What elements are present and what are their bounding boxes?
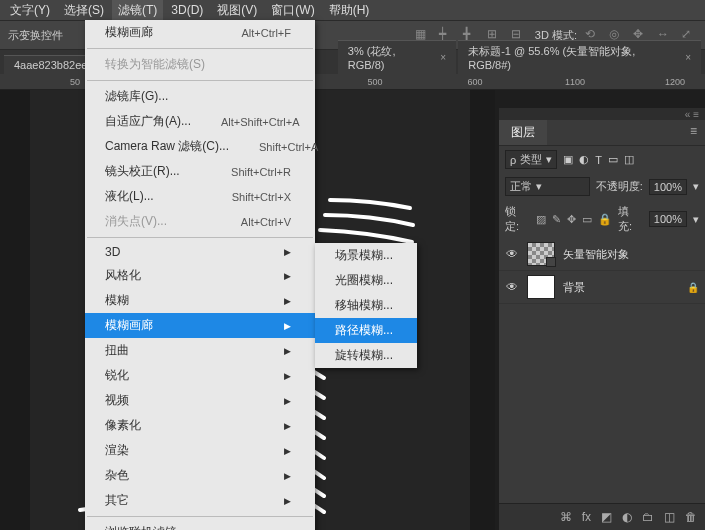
tab-title: 未标题-1 @ 55.6% (矢量智能对象, RGB/8#)	[468, 44, 679, 71]
menu-select[interactable]: 选择(S)	[58, 0, 110, 21]
fill-value[interactable]: 100%	[649, 211, 687, 227]
opacity-label: 不透明度:	[596, 179, 643, 194]
filter-adjust-icon[interactable]: ◐	[579, 153, 589, 166]
chevron-down-icon[interactable]: ▾	[693, 213, 699, 226]
panel-menu-icon[interactable]: ≡	[682, 120, 705, 142]
smart-object-badge-icon	[546, 257, 556, 267]
menu-cat-sharpen[interactable]: 锐化▶	[85, 363, 315, 388]
lock-brush-icon[interactable]: ✎	[552, 213, 561, 226]
visibility-eye-icon[interactable]: 👁	[505, 247, 519, 261]
menu-cat-noise[interactable]: 杂色▶	[85, 463, 315, 488]
menu-3d[interactable]: 3D(D)	[165, 1, 209, 19]
layer-mask-icon[interactable]: ◩	[601, 510, 612, 524]
submenu-path-blur[interactable]: 路径模糊...	[315, 318, 417, 343]
menu-cat-pixelate[interactable]: 像素化▶	[85, 413, 315, 438]
lock-label: 锁定:	[505, 204, 530, 234]
layer-filter-kind[interactable]: ρ 类型 ▾	[505, 150, 557, 169]
menu-item-convert-smart[interactable]: 转换为智能滤镜(S)	[85, 52, 315, 77]
submenu-iris-blur[interactable]: 光圈模糊...	[315, 268, 417, 293]
menu-text[interactable]: 文字(Y)	[4, 0, 56, 21]
filter-shape-icon[interactable]: ▭	[608, 153, 618, 166]
menu-cat-render[interactable]: 渲染▶	[85, 438, 315, 463]
menu-cat-distort[interactable]: 扭曲▶	[85, 338, 315, 363]
layer-thumbnail[interactable]	[527, 242, 555, 266]
close-icon[interactable]: ×	[440, 52, 446, 63]
layers-panel-footer: ⌘ fx ◩ ◐ 🗀 ◫ 🗑	[499, 503, 705, 530]
layer-name[interactable]: 矢量智能对象	[563, 247, 699, 262]
new-layer-icon[interactable]: ◫	[664, 510, 675, 524]
layer-thumbnail[interactable]	[527, 275, 555, 299]
menu-item-vanishing-point[interactable]: 消失点(V)...Alt+Ctrl+V	[85, 209, 315, 234]
filter-menu-dropdown: 模糊画廊Alt+Ctrl+F 转换为智能滤镜(S) 滤镜库(G)... 自适应广…	[85, 20, 315, 530]
blur-gallery-submenu: 场景模糊... 光圈模糊... 移轴模糊... 路径模糊... 旋转模糊...	[315, 243, 417, 368]
layer-fx-icon[interactable]: fx	[582, 510, 591, 524]
blend-mode-select[interactable]: 正常 ▾	[505, 177, 590, 196]
menu-cat-blur[interactable]: 模糊▶	[85, 288, 315, 313]
menu-item-liquify[interactable]: 液化(L)...Shift+Ctrl+X	[85, 184, 315, 209]
tab-title: 3% (花纹, RGB/8)	[348, 44, 435, 71]
menu-item-filter-gallery[interactable]: 滤镜库(G)...	[85, 84, 315, 109]
filter-pixel-icon[interactable]: ▣	[563, 153, 573, 166]
menu-cat-stylize[interactable]: 风格化▶	[85, 263, 315, 288]
main-menubar: 文字(Y) 选择(S) 滤镜(T) 3D(D) 视图(V) 窗口(W) 帮助(H…	[0, 0, 705, 20]
menu-item-lens-correction[interactable]: 镜头校正(R)...Shift+Ctrl+R	[85, 159, 315, 184]
submenu-spin-blur[interactable]: 旋转模糊...	[315, 343, 417, 368]
filter-smart-icon[interactable]: ◫	[624, 153, 634, 166]
layers-list: 👁 矢量智能对象 👁 背景 🔒	[499, 238, 705, 503]
menu-item-last-filter[interactable]: 模糊画廊Alt+Ctrl+F	[85, 20, 315, 45]
menu-help[interactable]: 帮助(H)	[323, 0, 376, 21]
chevron-down-icon: ▾	[536, 180, 542, 193]
menu-item-adaptive-wide[interactable]: 自适应广角(A)...Alt+Shift+Ctrl+A	[85, 109, 315, 134]
document-tab[interactable]: 未标题-1 @ 55.6% (矢量智能对象, RGB/8#) ×	[458, 40, 701, 74]
chevron-down-icon: ▾	[546, 153, 552, 166]
menu-cat-video[interactable]: 视频▶	[85, 388, 315, 413]
close-icon[interactable]: ×	[685, 52, 691, 63]
menu-item-camera-raw[interactable]: Camera Raw 滤镜(C)...Shift+Ctrl+A	[85, 134, 315, 159]
menu-cat-blur-gallery[interactable]: 模糊画廊▶	[85, 313, 315, 338]
submenu-tilt-shift[interactable]: 移轴模糊...	[315, 293, 417, 318]
lock-icon: 🔒	[687, 282, 699, 293]
visibility-eye-icon[interactable]: 👁	[505, 280, 519, 294]
lock-all-icon[interactable]: 🔒	[598, 213, 612, 226]
opacity-value[interactable]: 100%	[649, 179, 687, 195]
link-layers-icon[interactable]: ⌘	[560, 510, 572, 524]
menu-view[interactable]: 视图(V)	[211, 0, 263, 21]
layer-name[interactable]: 背景	[563, 280, 679, 295]
menu-filter[interactable]: 滤镜(T)	[112, 0, 163, 21]
layer-row[interactable]: 👁 矢量智能对象	[499, 238, 705, 271]
layers-panel-tab[interactable]: 图层	[499, 120, 547, 145]
group-icon[interactable]: 🗀	[642, 510, 654, 524]
adjustment-layer-icon[interactable]: ◐	[622, 510, 632, 524]
panel-collapse-bar[interactable]: « ≡	[499, 108, 705, 120]
filter-type-icon[interactable]: T	[595, 154, 602, 166]
layers-panel: 图层 ≡ ρ 类型 ▾ ▣ ◐ T ▭ ◫ 正常 ▾ 不透明度: 100% ▾ …	[499, 120, 705, 530]
menu-cat-3d[interactable]: 3D▶	[85, 241, 315, 263]
fill-label: 填充:	[618, 204, 643, 234]
menu-cat-other[interactable]: 其它▶	[85, 488, 315, 513]
trash-icon[interactable]: 🗑	[685, 510, 697, 524]
lock-transparent-icon[interactable]: ▨	[536, 213, 546, 226]
chevron-down-icon[interactable]: ▾	[693, 180, 699, 193]
transform-controls-label: 示变换控件	[8, 28, 63, 43]
layer-row[interactable]: 👁 背景 🔒	[499, 271, 705, 304]
submenu-field-blur[interactable]: 场景模糊...	[315, 243, 417, 268]
menu-item-browse-online[interactable]: 浏览联机滤镜...	[85, 520, 315, 530]
lock-artboard-icon[interactable]: ▭	[582, 213, 592, 226]
document-tab[interactable]: 3% (花纹, RGB/8) ×	[338, 40, 456, 74]
menu-window[interactable]: 窗口(W)	[265, 0, 320, 21]
lock-move-icon[interactable]: ✥	[567, 213, 576, 226]
